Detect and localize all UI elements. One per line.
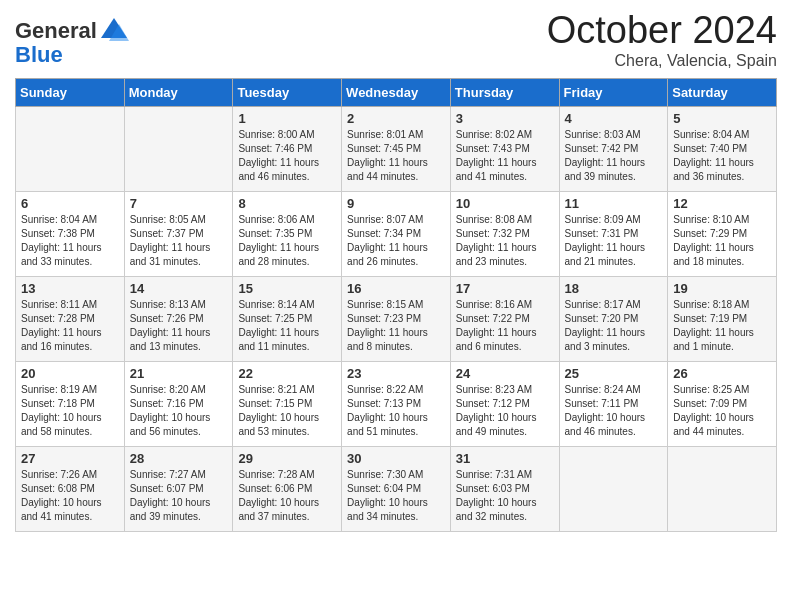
day-number: 27 [21,451,119,466]
day-info: Sunrise: 8:14 AM Sunset: 7:25 PM Dayligh… [238,298,336,354]
calendar-cell: 5Sunrise: 8:04 AM Sunset: 7:40 PM Daylig… [668,106,777,191]
calendar-cell: 16Sunrise: 8:15 AM Sunset: 7:23 PM Dayli… [342,276,451,361]
header-row: SundayMondayTuesdayWednesdayThursdayFrid… [16,78,777,106]
day-number: 14 [130,281,228,296]
calendar-cell: 20Sunrise: 8:19 AM Sunset: 7:18 PM Dayli… [16,361,125,446]
day-info: Sunrise: 8:09 AM Sunset: 7:31 PM Dayligh… [565,213,663,269]
day-number: 29 [238,451,336,466]
day-info: Sunrise: 8:20 AM Sunset: 7:16 PM Dayligh… [130,383,228,439]
day-info: Sunrise: 8:10 AM Sunset: 7:29 PM Dayligh… [673,213,771,269]
calendar-cell: 26Sunrise: 8:25 AM Sunset: 7:09 PM Dayli… [668,361,777,446]
day-number: 1 [238,111,336,126]
day-info: Sunrise: 7:26 AM Sunset: 6:08 PM Dayligh… [21,468,119,524]
day-number: 28 [130,451,228,466]
month-title: October 2024 [547,10,777,52]
day-info: Sunrise: 7:31 AM Sunset: 6:03 PM Dayligh… [456,468,554,524]
day-number: 13 [21,281,119,296]
day-info: Sunrise: 8:16 AM Sunset: 7:22 PM Dayligh… [456,298,554,354]
day-info: Sunrise: 8:17 AM Sunset: 7:20 PM Dayligh… [565,298,663,354]
day-info: Sunrise: 8:05 AM Sunset: 7:37 PM Dayligh… [130,213,228,269]
calendar-cell: 6Sunrise: 8:04 AM Sunset: 7:38 PM Daylig… [16,191,125,276]
day-number: 22 [238,366,336,381]
calendar-cell: 8Sunrise: 8:06 AM Sunset: 7:35 PM Daylig… [233,191,342,276]
day-info: Sunrise: 8:22 AM Sunset: 7:13 PM Dayligh… [347,383,445,439]
calendar-cell: 21Sunrise: 8:20 AM Sunset: 7:16 PM Dayli… [124,361,233,446]
day-number: 8 [238,196,336,211]
calendar-week-row: 20Sunrise: 8:19 AM Sunset: 7:18 PM Dayli… [16,361,777,446]
day-number: 12 [673,196,771,211]
day-info: Sunrise: 8:13 AM Sunset: 7:26 PM Dayligh… [130,298,228,354]
day-number: 2 [347,111,445,126]
calendar-cell: 1Sunrise: 8:00 AM Sunset: 7:46 PM Daylig… [233,106,342,191]
day-number: 3 [456,111,554,126]
calendar-cell: 12Sunrise: 8:10 AM Sunset: 7:29 PM Dayli… [668,191,777,276]
calendar-cell: 30Sunrise: 7:30 AM Sunset: 6:04 PM Dayli… [342,446,451,531]
calendar-cell: 14Sunrise: 8:13 AM Sunset: 7:26 PM Dayli… [124,276,233,361]
day-info: Sunrise: 8:04 AM Sunset: 7:40 PM Dayligh… [673,128,771,184]
day-info: Sunrise: 8:11 AM Sunset: 7:28 PM Dayligh… [21,298,119,354]
calendar-cell [668,446,777,531]
day-info: Sunrise: 8:08 AM Sunset: 7:32 PM Dayligh… [456,213,554,269]
header: General Blue October 2024 Chera, Valenci… [15,10,777,70]
weekday-header: Tuesday [233,78,342,106]
logo: General Blue [15,16,129,68]
day-number: 10 [456,196,554,211]
day-info: Sunrise: 8:04 AM Sunset: 7:38 PM Dayligh… [21,213,119,269]
calendar-cell: 24Sunrise: 8:23 AM Sunset: 7:12 PM Dayli… [450,361,559,446]
calendar-cell: 18Sunrise: 8:17 AM Sunset: 7:20 PM Dayli… [559,276,668,361]
day-number: 6 [21,196,119,211]
day-number: 25 [565,366,663,381]
calendar-week-row: 6Sunrise: 8:04 AM Sunset: 7:38 PM Daylig… [16,191,777,276]
day-info: Sunrise: 8:23 AM Sunset: 7:12 PM Dayligh… [456,383,554,439]
day-number: 26 [673,366,771,381]
calendar-cell: 23Sunrise: 8:22 AM Sunset: 7:13 PM Dayli… [342,361,451,446]
day-info: Sunrise: 8:00 AM Sunset: 7:46 PM Dayligh… [238,128,336,184]
day-info: Sunrise: 8:21 AM Sunset: 7:15 PM Dayligh… [238,383,336,439]
title-area: October 2024 Chera, Valencia, Spain [547,10,777,70]
day-info: Sunrise: 8:02 AM Sunset: 7:43 PM Dayligh… [456,128,554,184]
calendar-cell: 22Sunrise: 8:21 AM Sunset: 7:15 PM Dayli… [233,361,342,446]
day-number: 7 [130,196,228,211]
calendar-cell: 3Sunrise: 8:02 AM Sunset: 7:43 PM Daylig… [450,106,559,191]
calendar-cell [16,106,125,191]
calendar-cell: 31Sunrise: 7:31 AM Sunset: 6:03 PM Dayli… [450,446,559,531]
day-info: Sunrise: 7:30 AM Sunset: 6:04 PM Dayligh… [347,468,445,524]
calendar-cell: 25Sunrise: 8:24 AM Sunset: 7:11 PM Dayli… [559,361,668,446]
day-info: Sunrise: 8:07 AM Sunset: 7:34 PM Dayligh… [347,213,445,269]
weekday-header: Monday [124,78,233,106]
day-info: Sunrise: 8:01 AM Sunset: 7:45 PM Dayligh… [347,128,445,184]
location-title: Chera, Valencia, Spain [547,52,777,70]
calendar-cell: 29Sunrise: 7:28 AM Sunset: 6:06 PM Dayli… [233,446,342,531]
calendar-cell: 11Sunrise: 8:09 AM Sunset: 7:31 PM Dayli… [559,191,668,276]
day-number: 21 [130,366,228,381]
calendar-cell: 15Sunrise: 8:14 AM Sunset: 7:25 PM Dayli… [233,276,342,361]
calendar-cell: 2Sunrise: 8:01 AM Sunset: 7:45 PM Daylig… [342,106,451,191]
weekday-header: Thursday [450,78,559,106]
calendar-cell: 13Sunrise: 8:11 AM Sunset: 7:28 PM Dayli… [16,276,125,361]
day-info: Sunrise: 8:24 AM Sunset: 7:11 PM Dayligh… [565,383,663,439]
day-number: 5 [673,111,771,126]
logo-icon [99,16,129,46]
day-number: 18 [565,281,663,296]
calendar-cell: 9Sunrise: 8:07 AM Sunset: 7:34 PM Daylig… [342,191,451,276]
calendar-cell [124,106,233,191]
day-info: Sunrise: 8:03 AM Sunset: 7:42 PM Dayligh… [565,128,663,184]
weekday-header: Sunday [16,78,125,106]
day-number: 9 [347,196,445,211]
day-number: 11 [565,196,663,211]
day-info: Sunrise: 8:18 AM Sunset: 7:19 PM Dayligh… [673,298,771,354]
day-number: 16 [347,281,445,296]
day-number: 4 [565,111,663,126]
calendar-cell: 10Sunrise: 8:08 AM Sunset: 7:32 PM Dayli… [450,191,559,276]
day-number: 24 [456,366,554,381]
day-number: 17 [456,281,554,296]
weekday-header: Wednesday [342,78,451,106]
calendar-cell: 7Sunrise: 8:05 AM Sunset: 7:37 PM Daylig… [124,191,233,276]
day-number: 19 [673,281,771,296]
day-info: Sunrise: 7:27 AM Sunset: 6:07 PM Dayligh… [130,468,228,524]
weekday-header: Friday [559,78,668,106]
day-number: 23 [347,366,445,381]
day-info: Sunrise: 8:15 AM Sunset: 7:23 PM Dayligh… [347,298,445,354]
calendar-cell: 17Sunrise: 8:16 AM Sunset: 7:22 PM Dayli… [450,276,559,361]
day-number: 30 [347,451,445,466]
